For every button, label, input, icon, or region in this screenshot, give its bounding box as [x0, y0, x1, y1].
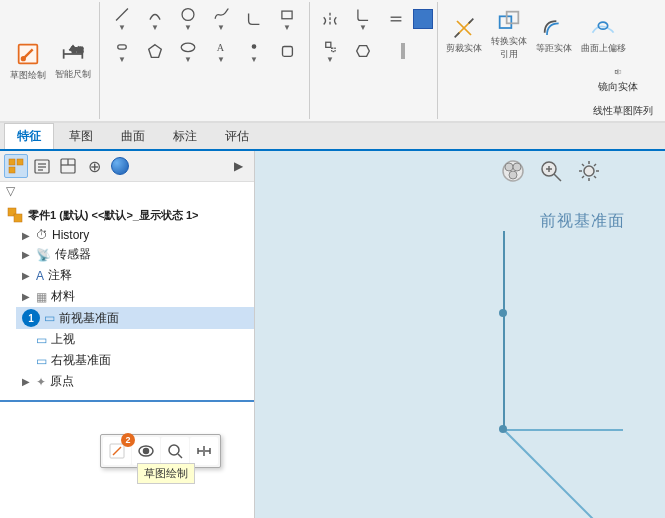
offset-entity-label: 等距实体 [536, 42, 572, 55]
svg-marker-11 [149, 45, 162, 58]
surface-offset-button[interactable]: 曲面上偏移 [577, 4, 629, 64]
svg-point-51 [169, 445, 179, 455]
tab-bar: 特征 草图 曲面 标注 评估 [0, 123, 665, 151]
tree-item-origin[interactable]: ▶ ✦ 原点 [16, 371, 254, 392]
svg-line-72 [594, 176, 596, 178]
svg-rect-24 [500, 16, 512, 28]
material-icon: ▦ [36, 290, 47, 304]
tree-item-front-view[interactable]: 1 ▭ 前视基准面 [16, 307, 254, 329]
expand-arrow-material: ▶ [22, 291, 34, 302]
polygon-button[interactable] [139, 36, 171, 66]
line-tools-row: ▼ ▼ ▼ ▼ [106, 4, 303, 34]
svg-point-60 [513, 163, 521, 171]
context-tooltip: 草图绘制 [137, 463, 195, 484]
tree-item-annotation[interactable]: ▶ A 注释 [16, 265, 254, 286]
ctx-sketch-container: 2 [103, 437, 131, 465]
sensor-label: 传感器 [55, 246, 91, 263]
tree-item-history[interactable]: ▶ ⏱ History [16, 226, 254, 244]
slot-button[interactable]: ▼ [106, 36, 138, 66]
svg-rect-10 [118, 45, 127, 49]
line-button[interactable]: ▼ [106, 4, 138, 34]
target-btn[interactable]: ⊕ [82, 154, 106, 178]
shape-tools-row: ▼ ▼ A [106, 36, 303, 66]
svg-rect-37 [9, 167, 15, 173]
extra-row1: ▼ [314, 4, 433, 34]
annotation-icon: A [36, 269, 44, 283]
divider-vertical [401, 43, 405, 59]
part-header[interactable]: 零件1 (默认) <<默认>_显示状态 1> [0, 204, 254, 226]
offset-entity-button[interactable]: 等距实体 [532, 4, 576, 64]
history-icon: ⏱ [36, 228, 48, 242]
context-toolbar: 2 [100, 434, 221, 468]
construction-button[interactable]: ▼ [314, 36, 346, 66]
front-view-icon: ▭ [44, 311, 55, 325]
trim-entity-button[interactable]: 剪裁实体 [442, 4, 486, 64]
history-label: History [52, 228, 89, 242]
svg-line-73 [594, 164, 596, 166]
equal-button[interactable] [380, 4, 412, 34]
tree-item-sensor[interactable]: ▶ 📡 传感器 [16, 244, 254, 265]
svg-rect-35 [9, 159, 15, 165]
main-content: ⊕ ▶ ▽ 零件1 (默认) << [0, 151, 665, 518]
tab-dimension[interactable]: 标注 [160, 123, 210, 149]
mirror-entity-button[interactable]: 镜向实体 [573, 66, 663, 96]
blue-circle-btn[interactable] [108, 154, 132, 178]
feature-tree-btn[interactable] [4, 154, 28, 178]
tree-item-top-view[interactable]: ▭ 上视 [16, 329, 254, 350]
sketch-chamfer-button[interactable] [347, 36, 379, 66]
axis-diagonal-svg [503, 429, 643, 518]
svg-rect-15 [283, 47, 293, 57]
mirror-line-button[interactable] [314, 4, 346, 34]
top-view-icon: ▭ [36, 333, 47, 347]
zoom-btn[interactable] [535, 155, 567, 187]
origin-label: 原点 [50, 373, 74, 390]
view-rotate-btn[interactable] [497, 155, 529, 187]
smart-dimension-button[interactable]: 智能 智能尺制 [51, 31, 95, 91]
expand-arrow-origin: ▶ [22, 376, 34, 387]
svg-rect-19 [326, 42, 331, 47]
right-row2: 镜向实体 [442, 66, 665, 96]
linear-array-label: 线性草图阵列 [593, 104, 653, 118]
expand-arrow-sensor: ▶ [22, 249, 34, 260]
property-btn[interactable] [30, 154, 54, 178]
convert-entity-label: 转换实体引用 [490, 35, 528, 61]
tree-item-material[interactable]: ▶ ▦ 材料 [16, 286, 254, 307]
svg-point-66 [584, 166, 594, 176]
right-view-label: 右视基准面 [51, 352, 111, 369]
spline-button[interactable]: ▼ [205, 4, 237, 34]
svg-text:智能: 智能 [71, 47, 83, 53]
viewport[interactable]: 前视基准面 [255, 151, 665, 518]
svg-line-52 [178, 454, 182, 458]
sensor-icon: 📡 [36, 248, 51, 262]
arc-button[interactable]: ▼ [139, 4, 171, 34]
text-button[interactable]: A ▼ [205, 36, 237, 66]
circle-button[interactable]: ▼ [172, 4, 204, 34]
ctx-eye-button[interactable] [132, 437, 160, 465]
rect-button[interactable]: ▼ [271, 4, 303, 34]
expand-btn[interactable]: ▶ [226, 154, 250, 178]
config-btn[interactable] [56, 154, 80, 178]
svg-point-2 [22, 57, 25, 61]
convert-entity-button[interactable]: 转换实体引用 [487, 4, 531, 64]
fillet-button[interactable]: ▼ [347, 4, 379, 34]
point-button[interactable]: ▼ [238, 36, 270, 66]
svg-rect-29 [619, 70, 621, 73]
more-shapes-button[interactable] [271, 36, 303, 66]
svg-line-71 [582, 164, 584, 166]
ctx-dimension-button[interactable] [190, 437, 218, 465]
ctx-zoom-button[interactable] [161, 437, 189, 465]
annotation-label: 注释 [48, 267, 72, 284]
tree-item-right-view[interactable]: ▭ 右视基准面 [16, 350, 254, 371]
sketch-draw-button[interactable]: 草图绘制 [6, 31, 50, 91]
svg-point-50 [144, 449, 149, 454]
tab-feature[interactable]: 特征 [4, 123, 54, 149]
extra-tools-section: ▼ ▼ [310, 2, 438, 119]
tab-evaluate[interactable]: 评估 [212, 123, 262, 149]
ellipse-button[interactable]: ▼ [172, 36, 204, 66]
tab-surface[interactable]: 曲面 [108, 123, 158, 149]
top-view-label: 上视 [51, 331, 75, 348]
tab-sketch[interactable]: 草图 [56, 123, 106, 149]
light-btn[interactable] [573, 155, 605, 187]
partial-arc-button[interactable] [238, 4, 270, 34]
ribbon-toolbar: 草图绘制 智能 智能尺制 [0, 0, 665, 123]
